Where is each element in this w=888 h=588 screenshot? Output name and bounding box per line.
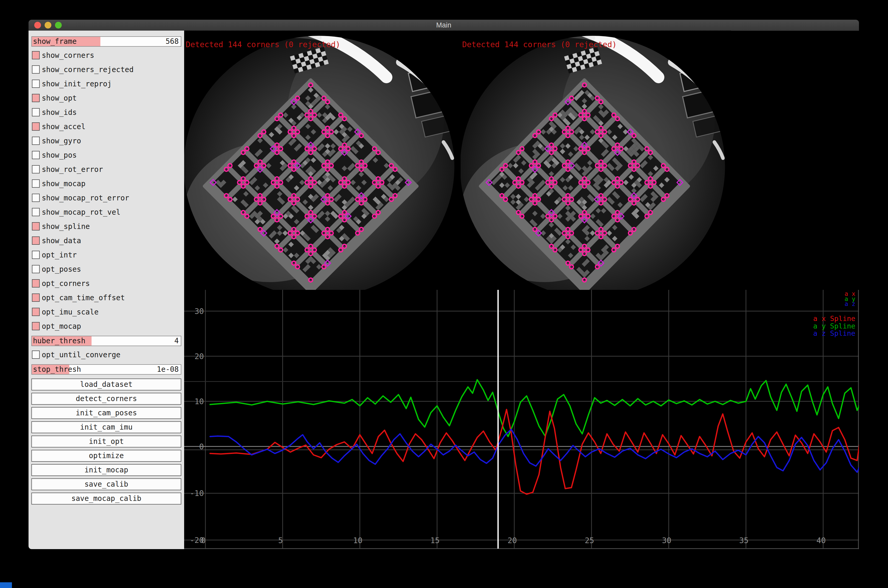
show_corners-row: show_corners <box>32 51 181 61</box>
x-tick-label-15: 15 <box>430 536 440 545</box>
x-tick-label-10: 10 <box>353 536 362 545</box>
opt_cam_time_offset-label: opt_cam_time_offset <box>42 293 125 303</box>
show_spline-row: show_spline <box>32 222 181 232</box>
legend-a-z-Spline: a z Spline <box>813 329 855 337</box>
opt_intr-checkbox[interactable] <box>32 251 40 259</box>
legend-a-z: a z <box>844 300 855 307</box>
legend-a-x-Spline: a x Spline <box>813 315 855 322</box>
desktop-artifact <box>0 582 12 588</box>
show_mocap_rot_error-checkbox[interactable] <box>32 194 40 202</box>
show_frame-slider[interactable]: show_frame568 <box>32 36 181 46</box>
accel-plot[interactable]: 3020100-10-200510152025303540a xa ya za … <box>184 290 859 549</box>
show_mocap_rot_vel-checkbox[interactable] <box>32 208 40 216</box>
save_mocap_calib-button[interactable]: save_mocap_calib <box>32 493 181 504</box>
show_mocap_rot_vel-label: show_mocap_rot_vel <box>42 207 120 217</box>
detected-corners-text-left: Detected 144 corners (0 rejected) <box>186 40 340 49</box>
y-tick-label-30: 30 <box>194 307 204 316</box>
show_corners-checkbox[interactable] <box>32 51 40 59</box>
y-tick-label-0: 0 <box>199 442 204 451</box>
main-window: Main show_frame568show_cornersshow_corne… <box>29 20 859 549</box>
show_spline-checkbox[interactable] <box>32 222 40 231</box>
opt_mocap-label: opt_mocap <box>42 321 81 332</box>
legend-a-y-Spline: a y Spline <box>813 322 855 330</box>
load_dataset-button[interactable]: load_dataset <box>32 378 181 390</box>
opt_poses-checkbox[interactable] <box>32 265 40 273</box>
optimize-button[interactable]: optimize <box>32 450 181 462</box>
control-list: show_frame568show_cornersshow_corners_re… <box>32 36 181 375</box>
accel-plot-canvas[interactable]: 3020100-10-200510152025303540a xa ya za … <box>184 290 859 549</box>
title-bar[interactable]: Main <box>29 20 859 31</box>
opt_mocap-row: opt_mocap <box>32 321 181 332</box>
huber_thresh-value: 4 <box>174 336 179 346</box>
show_pos-label: show_pos <box>42 150 77 160</box>
show_ids-label: show_ids <box>42 108 77 117</box>
window-title: Main <box>29 20 859 31</box>
opt_cam_time_offset-checkbox[interactable] <box>32 294 40 302</box>
show_spline-label: show_spline <box>42 222 90 231</box>
show_opt-row: show_opt <box>32 93 181 104</box>
show_data-checkbox[interactable] <box>32 237 40 245</box>
show_gyro-checkbox[interactable] <box>32 136 40 145</box>
x-tick-label-25: 25 <box>585 536 594 545</box>
init_cam_imu-button[interactable]: init_cam_imu <box>32 421 181 433</box>
show_rot_error-label: show_rot_error <box>42 165 103 174</box>
show_mocap_rot_error-row: show_mocap_rot_error <box>32 193 181 204</box>
opt_imu_scale-row: opt_imu_scale <box>32 307 181 318</box>
detect_corners-button[interactable]: detect_corners <box>32 393 181 405</box>
huber_thresh-slider[interactable]: huber_thresh4 <box>32 336 181 346</box>
stop_thresh-label: stop_thresh <box>33 365 81 374</box>
y-tick-label-10: 10 <box>194 397 204 406</box>
opt_until_converge-checkbox[interactable] <box>32 351 40 359</box>
opt_cam_time_offset-row: opt_cam_time_offset <box>32 293 181 303</box>
show_mocap-checkbox[interactable] <box>32 179 40 188</box>
show_mocap_rot_error-label: show_mocap_rot_error <box>42 193 129 203</box>
show_corners-label: show_corners <box>42 51 94 60</box>
show_rot_error-checkbox[interactable] <box>32 165 40 174</box>
show_accel-row: show_accel <box>32 122 181 132</box>
detected-corners-text-right: Detected 144 corners (0 rejected) <box>462 40 617 49</box>
stop_thresh-slider[interactable]: stop_thresh1e-08 <box>32 364 181 375</box>
x-tick-label-40: 40 <box>816 536 826 545</box>
show_ids-row: show_ids <box>32 108 181 118</box>
opt_poses-row: opt_poses <box>32 264 181 275</box>
show_opt-label: show_opt <box>42 93 77 103</box>
show_opt-checkbox[interactable] <box>32 94 40 102</box>
opt_until_converge-row: opt_until_converge <box>32 350 181 360</box>
camera-view-right[interactable]: Detected 144 corners (0 rejected) <box>461 31 731 290</box>
opt_imu_scale-checkbox[interactable] <box>32 308 40 316</box>
show_frame-label: show_frame <box>33 37 77 46</box>
camera-view-left[interactable]: Detected 144 corners (0 rejected) <box>184 31 461 290</box>
control-sidebar: show_frame568show_cornersshow_corners_re… <box>29 31 184 549</box>
opt_poses-label: opt_poses <box>42 264 81 274</box>
opt_intr-row: opt_intr <box>32 250 181 261</box>
opt_corners-checkbox[interactable] <box>32 279 40 288</box>
save_calib-button[interactable]: save_calib <box>32 478 181 490</box>
fisheye-image <box>184 31 461 290</box>
init_cam_poses-button[interactable]: init_cam_poses <box>32 407 181 419</box>
show_pos-checkbox[interactable] <box>32 151 40 159</box>
show_pos-row: show_pos <box>32 150 181 161</box>
show_corners_rejected-label: show_corners_rejected <box>42 65 134 75</box>
show_corners_rejected-checkbox[interactable] <box>32 65 40 74</box>
opt_corners-row: opt_corners <box>32 279 181 289</box>
opt_imu_scale-label: opt_imu_scale <box>42 307 99 317</box>
opt_mocap-checkbox[interactable] <box>32 322 40 330</box>
x-tick-label-0: 0 <box>201 536 206 545</box>
show_frame-value: 568 <box>165 37 179 46</box>
opt_corners-label: opt_corners <box>42 279 90 288</box>
x-tick-label-30: 30 <box>662 536 671 545</box>
show_ids-checkbox[interactable] <box>32 108 40 116</box>
show_data-row: show_data <box>32 236 181 246</box>
init_opt-button[interactable]: init_opt <box>32 435 181 447</box>
show_accel-label: show_accel <box>42 122 86 132</box>
show_init_reproj-row: show_init_reproj <box>32 79 181 90</box>
x-tick-label-35: 35 <box>739 536 748 545</box>
fisheye-image <box>461 31 731 290</box>
show_mocap_rot_vel-row: show_mocap_rot_vel <box>32 207 181 218</box>
show_init_reproj-checkbox[interactable] <box>32 80 40 88</box>
show_data-label: show_data <box>42 236 81 246</box>
stop_thresh-value: 1e-08 <box>157 365 179 374</box>
show_accel-checkbox[interactable] <box>32 122 40 130</box>
init_mocap-button[interactable]: init_mocap <box>32 464 181 476</box>
show_corners_rejected-row: show_corners_rejected <box>32 65 181 75</box>
